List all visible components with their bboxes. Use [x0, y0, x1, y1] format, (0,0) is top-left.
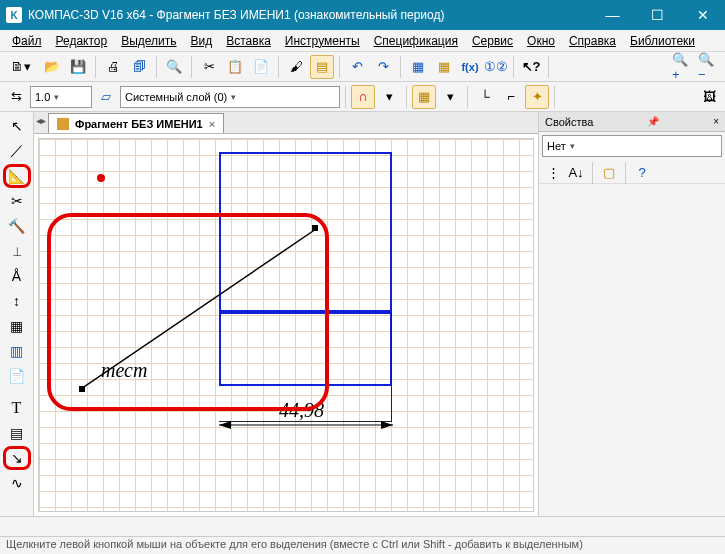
properties-header: Свойства 📌 × — [539, 112, 725, 132]
tool-scissors[interactable]: ✂ — [3, 189, 31, 213]
separator — [406, 86, 407, 108]
menu-service[interactable]: Сервис — [466, 32, 519, 50]
red-marker — [97, 174, 105, 182]
separator — [156, 56, 157, 78]
titlebar: K КОМПАС-3D V16 x64 - Фрагмент БЕЗ ИМЕНИ… — [0, 0, 725, 30]
menu-edit[interactable]: Редактор — [50, 32, 114, 50]
separator — [513, 56, 514, 78]
tool-table[interactable]: ▦ — [3, 314, 31, 338]
cut-button[interactable]: ✂ — [197, 55, 221, 79]
app-icon: K — [6, 7, 22, 23]
brush-button[interactable]: 🖌 — [284, 55, 308, 79]
panel-close-icon[interactable]: × — [713, 116, 719, 127]
print-button[interactable]: 🖨 — [101, 55, 125, 79]
status-bar: Щелкните левой кнопкой мыши на объекте д… — [0, 536, 725, 554]
window-title: КОМПАС-3D V16 x64 - Фрагмент БЕЗ ИМЕНИ1 … — [28, 8, 590, 22]
tool-divide[interactable]: ↕ — [3, 289, 31, 313]
tool-textbox[interactable]: ▤ — [3, 421, 31, 445]
tool-param[interactable]: ⟂ — [3, 239, 31, 263]
undo-button[interactable]: ↶ — [345, 55, 369, 79]
props-btn-1[interactable]: ⋮ — [543, 164, 563, 182]
tool-line[interactable]: ／ — [3, 139, 31, 163]
doc-icon — [57, 118, 69, 130]
snap-toggle[interactable]: ∩ — [351, 85, 375, 109]
library-button[interactable]: ▦ — [406, 55, 430, 79]
separator — [400, 56, 401, 78]
menu-spec[interactable]: Спецификация — [368, 32, 464, 50]
maximize-button[interactable]: ☐ — [635, 0, 680, 30]
main-toolbar: 🗎▾ 📂 💾 🖨 🗐 🔍 ✂ 📋 📄 🖌 ▤ ↶ ↷ ▦ ▦ f(x) ①② ↖… — [0, 52, 725, 82]
line-style-icon[interactable]: ⇆ — [4, 85, 28, 109]
preview-button[interactable]: 🔍 — [162, 55, 186, 79]
document-tabstrip: ◂▸ Фрагмент БЕЗ ИМЕНИ1 × — [34, 112, 538, 134]
menu-libs[interactable]: Библиотеки — [624, 32, 701, 50]
grid-settings-button[interactable]: ▾ — [438, 85, 462, 109]
properties-panel: Свойства 📌 × Нет ⋮ A↓ ▢ ? — [539, 112, 725, 516]
render-button[interactable]: 🖼 — [697, 85, 721, 109]
print-preview-button[interactable]: 🗐 — [127, 55, 151, 79]
separator — [625, 162, 626, 184]
redo-button[interactable]: ↷ — [371, 55, 395, 79]
separator — [191, 56, 192, 78]
minimize-button[interactable]: — — [590, 0, 635, 30]
tool-text[interactable]: T — [3, 396, 31, 420]
bottom-strip — [0, 516, 725, 536]
separator — [554, 86, 555, 108]
vars-button[interactable]: ①② — [484, 55, 508, 79]
snap-settings-button[interactable]: ▾ — [377, 85, 401, 109]
tool-pointer[interactable]: ↖ — [3, 114, 31, 138]
tool-hammer[interactable]: 🔨 — [3, 214, 31, 238]
manager-button[interactable]: ▦ — [432, 55, 456, 79]
menu-select[interactable]: Выделить — [115, 32, 182, 50]
copy-button[interactable]: 📋 — [223, 55, 247, 79]
tool-curve[interactable]: ∿ — [3, 471, 31, 495]
zoom-in-button[interactable]: 🔍+ — [671, 55, 695, 79]
paste-button[interactable]: 📄 — [249, 55, 273, 79]
layer-combo[interactable]: Системный слой (0) — [120, 86, 340, 108]
properties-object-combo[interactable]: Нет — [542, 135, 722, 157]
document-tab[interactable]: Фрагмент БЕЗ ИМЕНИ1 × — [48, 113, 224, 133]
properties-title: Свойства — [545, 116, 593, 128]
separator — [95, 56, 96, 78]
menu-tools[interactable]: Инструменты — [279, 32, 366, 50]
menu-view[interactable]: Вид — [185, 32, 219, 50]
tab-close-icon[interactable]: × — [209, 118, 215, 130]
svg-marker-3 — [381, 421, 393, 429]
main-area: ↖ ／ 📐 ✂ 🔨 ⟂ Å ↕ ▦ ▥ 📄 T ▤ ↘ ∿ ◂▸ Фрагмен… — [0, 112, 725, 516]
tool-bom[interactable]: ▥ — [3, 339, 31, 363]
menu-insert[interactable]: Вставка — [220, 32, 277, 50]
new-button[interactable]: 🗎▾ — [4, 55, 38, 79]
grid-toggle[interactable]: ▦ — [412, 85, 436, 109]
close-button[interactable]: ✕ — [680, 0, 725, 30]
tool-report[interactable]: 📄 — [3, 364, 31, 388]
tool-leader[interactable]: ↘ — [3, 446, 31, 470]
tab-nav-icon[interactable]: ◂▸ — [36, 115, 46, 126]
trace-button[interactable]: ⌐ — [499, 85, 523, 109]
save-button[interactable]: 💾 — [66, 55, 90, 79]
style-toolbar: ⇆ 1.0 ▱ Системный слой (0) ∩ ▾ ▦ ▾ └ ⌐ ✦… — [0, 82, 725, 112]
help-button[interactable]: ↖? — [519, 55, 543, 79]
zoom-out-button[interactable]: 🔍− — [697, 55, 721, 79]
drawing-canvas[interactable]: тест 44,98 × — [38, 138, 534, 512]
properties-body — [539, 184, 725, 516]
sparkle-button[interactable]: ✦ — [525, 85, 549, 109]
props-sort-az[interactable]: A↓ — [566, 164, 586, 182]
menu-window[interactable]: Окно — [521, 32, 561, 50]
lineweight-combo[interactable]: 1.0 — [30, 86, 92, 108]
layers-icon[interactable]: ▱ — [94, 85, 118, 109]
ortho-button[interactable]: └ — [473, 85, 497, 109]
open-button[interactable]: 📂 — [40, 55, 64, 79]
fx-button[interactable]: f(x) — [458, 55, 482, 79]
red-highlight-rect — [47, 213, 329, 411]
properties-toggle[interactable]: ▤ — [310, 55, 334, 79]
menu-help[interactable]: Справка — [563, 32, 622, 50]
pin-icon[interactable]: 📌 — [647, 116, 659, 127]
props-help-icon[interactable]: ? — [632, 164, 652, 182]
menu-file[interactable]: Файл — [6, 32, 48, 50]
tool-dimension[interactable]: 📐 — [3, 164, 31, 188]
separator — [592, 162, 593, 184]
props-btn-3[interactable]: ▢ — [599, 164, 619, 182]
tool-measure[interactable]: Å — [3, 264, 31, 288]
menubar: Файл Редактор Выделить Вид Вставка Инстр… — [0, 30, 725, 52]
separator — [345, 86, 346, 108]
